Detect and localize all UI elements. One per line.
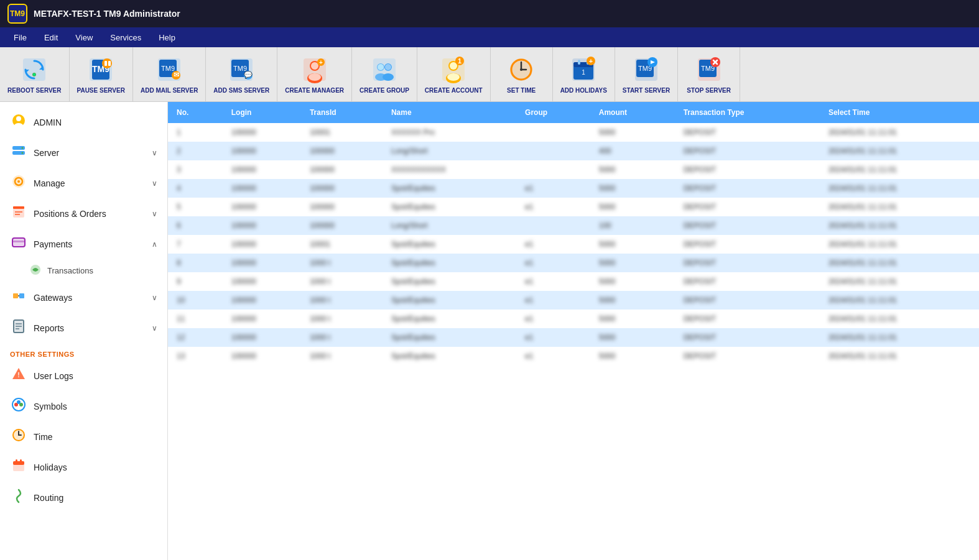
col-amount: Amount (590, 102, 675, 123)
sidebar-positions-label: Positions & Orders (34, 209, 146, 219)
reports-icon (10, 319, 27, 337)
add-sms-server-button[interactable]: TM9 💬 ADD SMS SERVER (206, 47, 277, 101)
symbols-label: Symbols (34, 402, 157, 411)
sidebar-item-user-logs[interactable]: ! User Logs (0, 360, 167, 391)
sidebar-item-holidays[interactable]: Holidays (0, 452, 167, 482)
admin-icon (10, 113, 27, 131)
sidebar-payments-label: Payments (34, 239, 146, 249)
svg-text:+: + (319, 59, 323, 66)
stop-server-icon: TM9 (694, 55, 724, 85)
table-cell: Spot/Equities (383, 198, 516, 216)
transactions-table: No. Login TransId Name Group Amount Tran… (168, 102, 979, 365)
payments-chevron-icon: ∧ (152, 240, 157, 249)
table-cell: DEPOSIT (675, 291, 820, 310)
table-cell: Spot/Equities (383, 254, 516, 272)
create-manager-button[interactable]: + CREATE MANAGER (277, 47, 352, 101)
create-group-button[interactable]: CREATE GROUP (352, 47, 417, 101)
holidays-icon (10, 458, 27, 476)
pause-server-button[interactable]: TM9 PAUSE SERVER (70, 47, 133, 101)
table-cell: e1 (516, 310, 590, 328)
reboot-server-button[interactable]: REBOOT SERVER (0, 47, 70, 101)
start-server-label: START SERVER (623, 87, 670, 94)
table-cell: 2024/01/01 11:11:01 (820, 235, 979, 254)
menu-edit[interactable]: Edit (35, 30, 67, 45)
holidays-label: Holidays (34, 462, 157, 472)
svg-rect-77 (13, 206, 24, 209)
table-cell: 2024/01/01 11:11:01 (820, 198, 979, 216)
create-group-label: CREATE GROUP (360, 87, 409, 94)
sidebar-item-positions[interactable]: Positions & Orders ∨ (0, 198, 167, 229)
table-cell: 2024/01/01 11:11:01 (820, 123, 979, 142)
table-cell: 5000 (590, 254, 675, 272)
table-cell: 5000 (590, 235, 675, 254)
payments-icon (10, 235, 27, 253)
table-cell: e1 (516, 179, 590, 198)
gateways-chevron-icon: ∨ (152, 293, 157, 302)
transactions-label: Transactions (47, 266, 93, 275)
table-cell: 100000 (223, 216, 301, 235)
table-cell: DEPOSIT (675, 328, 820, 347)
sidebar-item-time[interactable]: Time (0, 421, 167, 452)
positions-chevron-icon: ∨ (152, 209, 157, 218)
sidebar-item-manage[interactable]: Manage ∨ (0, 168, 167, 198)
table-cell: XXXXXX Pro (383, 123, 516, 142)
menu-file[interactable]: File (5, 30, 35, 45)
table-cell: DEPOSIT (675, 160, 820, 179)
table-row: 3100000100000XXXXXXXXXXX5000DEPOSIT2024/… (168, 160, 979, 179)
table-cell (516, 123, 590, 142)
svg-point-68 (14, 123, 23, 128)
col-no: No. (168, 102, 223, 123)
table-cell: 3 (168, 160, 223, 179)
table-cell: 1000 t (301, 291, 383, 310)
pause-server-label: PAUSE SERVER (77, 87, 125, 94)
table-cell: 100000 (223, 291, 301, 310)
col-transaction-type: Transaction Type (675, 102, 820, 123)
sidebar-item-admin[interactable]: ADMIN (0, 107, 167, 137)
menu-services[interactable]: Services (101, 30, 150, 45)
table-cell: 5000 (590, 310, 675, 328)
add-mail-server-button[interactable]: TM9 ✉ ADD MAIL SERVER (133, 47, 206, 101)
table-cell: DEPOSIT (675, 123, 820, 142)
set-time-button[interactable]: SET TIME (491, 47, 553, 101)
table-cell: Spot/Equities (383, 347, 516, 365)
stop-server-label: STOP SERVER (687, 87, 731, 94)
sidebar-sub-transactions[interactable]: Transactions (0, 259, 167, 282)
table-cell: 100 (590, 216, 675, 235)
create-account-button[interactable]: 1 CREATE ACCOUNT (417, 47, 491, 101)
add-holidays-button[interactable]: 1 + ADD HOLIDAYS (553, 47, 615, 101)
start-server-button[interactable]: TM9 START SERVER (615, 47, 678, 101)
table-cell: 8 (168, 254, 223, 272)
menu-help[interactable]: Help (150, 30, 184, 45)
menu-view[interactable]: View (67, 30, 101, 45)
sidebar-item-symbols[interactable]: Symbols (0, 391, 167, 421)
sidebar-item-routing[interactable]: Routing (0, 482, 167, 513)
stop-server-button[interactable]: TM9 STOP SERVER (678, 47, 740, 101)
sidebar-item-reports[interactable]: Reports ∨ (0, 313, 167, 343)
table-row: 5100000100000Spot/Equitiese15000DEPOSIT2… (168, 198, 979, 216)
table-cell: 10 (168, 291, 223, 310)
sms-icon: TM9 💬 (226, 55, 256, 85)
title-bar: TM9 METAFX-TEST-1 TM9 Administrator (0, 0, 979, 27)
table-cell: 100000 (223, 160, 301, 179)
table-cell: 5000 (590, 272, 675, 291)
routing-icon (10, 489, 27, 507)
table-cell: 5000 (590, 160, 675, 179)
table-cell: 2024/01/01 11:11:01 (820, 328, 979, 347)
table-cell: 10001 (301, 123, 383, 142)
sidebar-item-gateways[interactable]: Gateways ∨ (0, 282, 167, 313)
app-title: METAFX-TEST-1 TM9 Administrator (34, 9, 180, 19)
sidebar-item-payments[interactable]: Payments ∧ (0, 229, 167, 259)
table-cell: 100000 (223, 254, 301, 272)
add-sms-server-label: ADD SMS SERVER (213, 87, 269, 94)
manage-chevron-icon: ∨ (152, 179, 157, 188)
menu-bar: File Edit View Services Help (0, 27, 979, 47)
table-cell: 10001 (301, 235, 383, 254)
table-cell: 1000 t (301, 254, 383, 272)
app-logo: TM9 (7, 4, 27, 24)
table-cell: e1 (516, 347, 590, 365)
sidebar-item-server[interactable]: Server ∨ (0, 137, 167, 168)
svg-text:✉: ✉ (174, 71, 179, 78)
table-cell: 1000 t (301, 347, 383, 365)
table-cell: DEPOSIT (675, 142, 820, 160)
server-chevron-icon: ∨ (152, 149, 157, 157)
